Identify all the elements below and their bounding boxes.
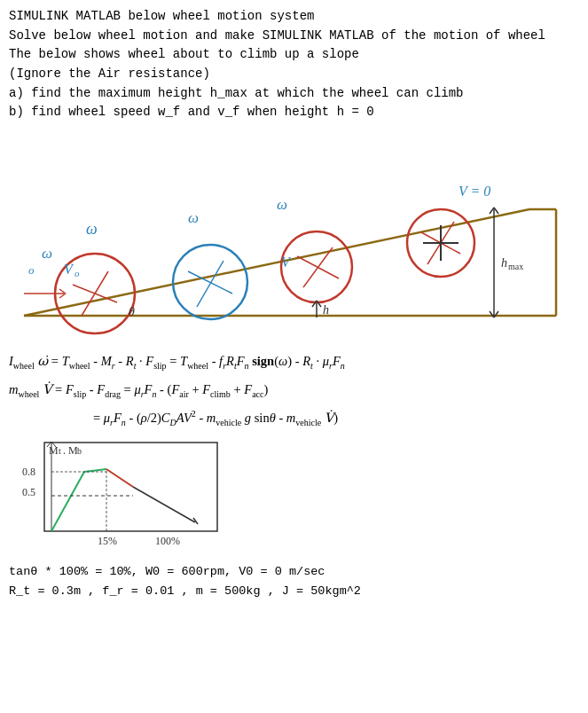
equations-section: Iwheel ω̇ = Twheel - Mr - Rt · Fslip = T… xyxy=(9,349,579,431)
svg-text:t: t xyxy=(59,446,61,456)
equation-3: = μrFn - (ρ/2)CDAV2 - mvehicle g sinθ - … xyxy=(9,406,579,431)
svg-line-1 xyxy=(24,209,529,316)
svg-text:V: V xyxy=(281,255,292,270)
svg-text:b: b xyxy=(77,446,82,456)
bottom-params: tanθ * 100% = 10%, W0 = 600rpm, V0 = 0 m… xyxy=(9,562,579,602)
eq3-text: = μrFn - (ρ/2)CDAV2 - mvehicle g sinθ - … xyxy=(93,411,338,425)
header-line5: a) find the maximum height h_max at whic… xyxy=(9,84,579,104)
header-line1: SIMULINK MATLAB below wheel motion syste… xyxy=(9,7,579,27)
header-line4: (Ignore the Air resistance) xyxy=(9,65,579,84)
svg-text:o: o xyxy=(74,268,80,278)
graph-svg: 0.8 0.5 15% 100% M t . M b xyxy=(18,438,231,553)
svg-text:V: V xyxy=(64,262,74,277)
eq1-text: Iwheel ω̇ = Twheel - Mr - Rt · Fslip = T… xyxy=(9,354,345,368)
svg-text:ω: ω xyxy=(277,196,287,213)
svg-line-6 xyxy=(82,271,108,316)
svg-text:V = 0: V = 0 xyxy=(459,184,490,199)
svg-text:0.8: 0.8 xyxy=(22,466,35,478)
svg-text:ω: ω xyxy=(86,220,98,238)
eq2-text: mwheel V̇ = Fslip - Fdrag = μrFn - (Fair… xyxy=(9,382,268,396)
wheel-diagram: h max h ω o V o ω ω ω V V = 0 θ xyxy=(15,129,574,342)
equation-1: Iwheel ω̇ = Twheel - Mr - Rt · Fslip = T… xyxy=(9,349,579,374)
svg-text:h: h xyxy=(323,303,329,317)
header-line6: b) find wheel speed w_f and v_f when hei… xyxy=(9,103,579,122)
svg-text:M: M xyxy=(49,444,59,457)
svg-text:15%: 15% xyxy=(98,535,117,547)
equation-2: mwheel V̇ = Fslip - Fdrag = μrFn - (Fair… xyxy=(9,378,579,403)
svg-text:θ: θ xyxy=(129,305,135,318)
svg-text:100%: 100% xyxy=(155,535,180,547)
svg-text:ω: ω xyxy=(42,245,52,262)
header-section: SIMULINK MATLAB below wheel motion syste… xyxy=(9,7,579,122)
svg-text:0.5: 0.5 xyxy=(22,486,35,498)
header-line2: Solve below wheel motion and make SIMULI… xyxy=(9,27,579,46)
svg-line-9 xyxy=(197,261,223,307)
param-line2: R_t = 0.3m , f_r = 0.01 , m = 500kg , J … xyxy=(9,582,579,601)
svg-text:max: max xyxy=(508,262,523,271)
param-line1: tanθ * 100% = 10%, W0 = 600rpm, V0 = 0 m… xyxy=(9,562,579,582)
svg-text:h: h xyxy=(501,256,507,270)
svg-text:. M: . M xyxy=(63,444,78,457)
svg-text:o: o xyxy=(28,263,35,277)
header-line3: The below shows wheel about to climb up … xyxy=(9,45,579,65)
svg-text:ω: ω xyxy=(188,209,199,226)
graph-section: 0.8 0.5 15% 100% M t . M b xyxy=(18,438,231,557)
